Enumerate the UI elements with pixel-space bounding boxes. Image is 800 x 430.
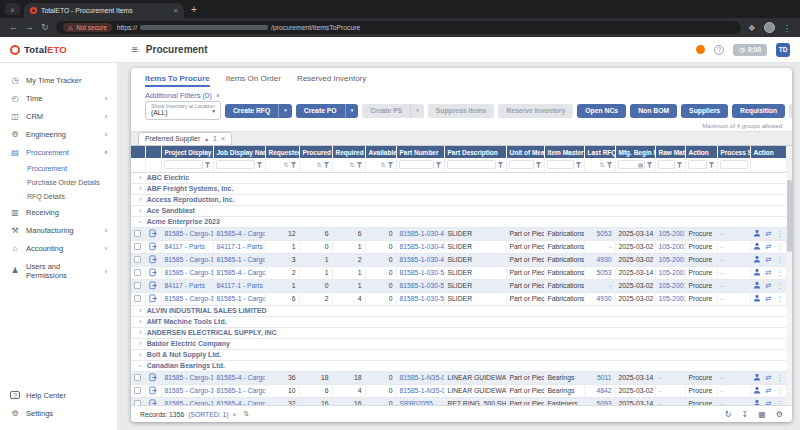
column-header-desc[interactable]: Part Description <box>444 146 506 158</box>
filter-funnel-icon[interactable] <box>607 162 613 168</box>
copy-item-icon[interactable] <box>149 245 157 252</box>
copy-item-icon[interactable] <box>149 258 157 265</box>
transfer-icon[interactable]: ⇄ <box>766 387 772 395</box>
columns-icon[interactable]: ▦ <box>758 410 766 419</box>
chevron-expanded-icon[interactable]: › <box>136 220 144 223</box>
link-part[interactable]: 81585-1-030-5C <box>400 269 445 276</box>
filter-input[interactable] <box>720 160 748 169</box>
filter-input[interactable] <box>399 160 434 169</box>
sort-arrows-icon[interactable]: ⇅ <box>599 162 604 168</box>
copy-item-icon[interactable] <box>149 376 157 383</box>
column-header-procured[interactable]: Procured <box>299 146 332 158</box>
forward-icon[interactable]: → <box>25 23 34 32</box>
sidebar-subitem-rfq-details[interactable]: RFQ Details <box>0 189 117 203</box>
scrollbar-thumb[interactable] <box>787 180 792 252</box>
supplier-group-row[interactable]: ›Bolt & Nut Supply Ltd. <box>131 349 786 360</box>
button-open-ncs[interactable]: Open NCs <box>577 104 626 118</box>
help-icon[interactable]: ? <box>714 45 724 55</box>
filter-funnel-icon[interactable] <box>205 162 211 168</box>
transfer-icon[interactable]: ⇄ <box>766 243 772 251</box>
sidebar-item-my-time-tracker[interactable]: ◷My Time Tracker <box>0 71 117 89</box>
link-project[interactable]: 81585 - Cargo-1 <box>165 374 214 381</box>
link-raw[interactable]: 105-2001-3 <box>659 230 686 237</box>
sidebar-item-users-and-permissions[interactable]: ♟Users and Permissions∨ <box>0 257 117 284</box>
column-header-job[interactable]: Job Display Name <box>213 146 265 158</box>
link-raw[interactable]: 105-2001-3 <box>659 282 686 289</box>
copy-item-icon[interactable] <box>149 232 157 239</box>
profile-avatar[interactable] <box>764 22 775 33</box>
group-chip-preferred-supplier[interactable]: Preferred Supplier ▲ 1 × <box>138 132 232 146</box>
refresh-icon[interactable]: ↻ <box>725 410 732 419</box>
link-rfq[interactable]: 5093 <box>596 400 611 405</box>
assign-user-icon[interactable] <box>753 281 761 290</box>
column-header-raw[interactable]: Raw Material <box>655 146 685 158</box>
copy-item-icon[interactable] <box>149 284 157 291</box>
chevron-collapsed-icon[interactable]: › <box>139 207 142 215</box>
button-create-ps[interactable]: Create PS▼ <box>362 104 424 118</box>
filter-funnel-icon[interactable] <box>576 162 582 168</box>
sidebar-item-accounting[interactable]: ⌂Accounting∨ <box>0 239 117 257</box>
chevron-collapsed-icon[interactable]: › <box>139 174 142 182</box>
more-icon[interactable]: ⋮ <box>776 230 783 238</box>
sidebar-subitem-purchase-order-details[interactable]: Purchase Order Details <box>0 175 117 189</box>
filter-funnel-icon[interactable] <box>709 162 715 168</box>
column-header-date[interactable]: Mfg. Begin Date <box>615 146 655 158</box>
link-part[interactable]: 81585-1-N35-01 <box>400 387 445 394</box>
copy-item-icon[interactable] <box>149 271 157 278</box>
column-header-process[interactable]: Process Sche <box>717 146 750 158</box>
button-reserve-inventory[interactable]: Reserve Inventory <box>498 104 573 118</box>
column-header-rfq[interactable]: Last RFQ Id <box>584 146 615 158</box>
button-requisition[interactable]: Requisition <box>732 104 785 118</box>
clear-sort-icon[interactable]: × <box>233 411 237 418</box>
filter-funnel-icon[interactable] <box>291 162 297 168</box>
copy-item-icon[interactable] <box>149 389 157 396</box>
tab-items-on-order[interactable]: Items On Order <box>226 74 281 87</box>
link-part[interactable]: 81585-1-030-4I <box>400 243 445 250</box>
row-checkbox[interactable] <box>134 387 141 394</box>
chevron-expanded-icon[interactable]: › <box>136 364 144 367</box>
button-create-rfq[interactable]: Create RFQ▼ <box>225 104 292 118</box>
more-icon[interactable]: ⋮ <box>776 282 783 290</box>
column-header-select[interactable] <box>131 146 145 158</box>
tab-search-button[interactable]: ∨ <box>5 3 20 15</box>
inventory-location-select[interactable]: Show Inventory at Location (ALL) ▾ <box>145 101 221 120</box>
link-project[interactable]: 81585 - Cargo-1 <box>165 387 214 394</box>
filter-funnel-icon[interactable] <box>498 162 504 168</box>
supplier-group-row[interactable]: ›Acme Enterprise 2023 <box>131 216 786 227</box>
assign-user-icon[interactable] <box>753 294 761 303</box>
more-icon[interactable]: ⋮ <box>776 400 783 406</box>
more-icon[interactable]: ⋮ <box>776 243 783 251</box>
link-part[interactable]: 81585-1-030-5C <box>400 295 445 302</box>
link-part[interactable]: 81585-1-030-5C <box>400 282 445 289</box>
supplier-group-row[interactable]: ›Baldor Electric Company <box>131 338 786 349</box>
link-raw[interactable]: 105-2001-3 <box>659 256 686 263</box>
filter-funnel-icon[interactable] <box>357 162 363 168</box>
filter-funnel-icon[interactable] <box>324 162 330 168</box>
filter-funnel-icon[interactable] <box>647 162 653 168</box>
transfer-icon[interactable]: ⇄ <box>766 374 772 382</box>
link-job[interactable]: 81585-1 - Cargo <box>217 256 266 263</box>
assign-user-icon[interactable] <box>753 268 761 277</box>
link-project[interactable]: 81585 - Cargo-1 <box>165 295 214 302</box>
button-print-breakdown[interactable]: Print Breakdown <box>789 104 792 118</box>
additional-filters-toggle[interactable]: Additional Filters (0) ∨ <box>131 87 792 100</box>
assign-user-icon[interactable] <box>753 255 761 264</box>
supplier-group-row[interactable]: ›ABC Electric <box>131 172 786 183</box>
filter-funnel-icon[interactable] <box>536 162 542 168</box>
button-create-po[interactable]: Create PO▼ <box>296 104 358 118</box>
link-part[interactable]: 81585-1-030-4I <box>400 230 445 237</box>
supplier-group-row[interactable]: ›AMT Machine Tools Ltd. <box>131 316 786 327</box>
more-icon[interactable]: ⋮ <box>776 269 783 277</box>
row-checkbox[interactable] <box>134 230 141 237</box>
sidebar-item-time[interactable]: ◴Time∨ <box>0 89 117 107</box>
extensions-icon[interactable]: ❖ <box>748 23 756 33</box>
link-rfq[interactable]: 4930 <box>596 295 611 302</box>
sidebar-item-manufacturing[interactable]: ⚒Manufacturing∨ <box>0 221 117 239</box>
transfer-icon[interactable]: ⇄ <box>766 269 772 277</box>
supplier-group-row[interactable]: ›Canadian Bearings Ltd. <box>131 360 786 371</box>
browser-tab[interactable]: TotalETO - Procurement Items × <box>24 3 184 18</box>
browser-menu-icon[interactable]: ⋮ <box>783 23 792 33</box>
link-job[interactable]: 81585-4 - Cargo <box>217 269 266 276</box>
assign-user-icon[interactable] <box>753 386 761 395</box>
sidebar-collapse-icon[interactable]: ≡ <box>132 44 138 55</box>
